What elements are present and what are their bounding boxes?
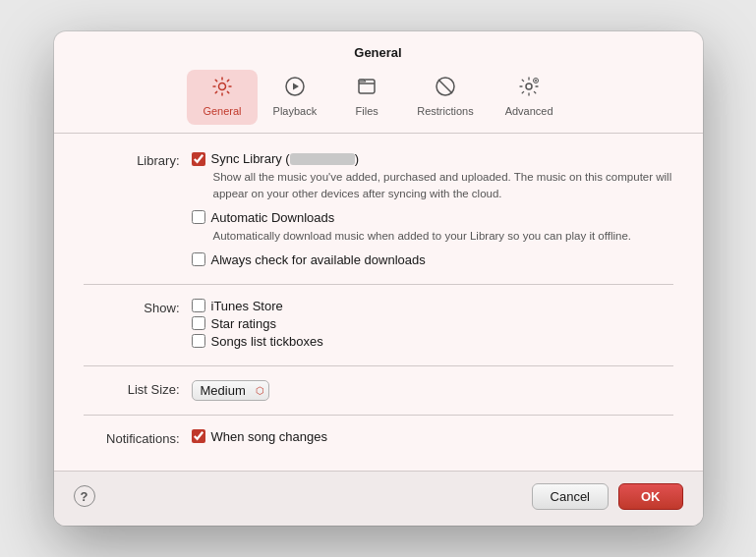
footer: ? Cancel OK (54, 471, 703, 526)
section-divider-2 (84, 365, 673, 366)
list-size-select-wrapper: Small Medium Large (192, 380, 269, 401)
sync-library-desc: Show all the music you've added, purchas… (213, 169, 673, 201)
svg-point-6 (526, 84, 532, 89)
songs-list-row: Songs list tickboxes (192, 334, 673, 349)
library-content: Sync Library ( ) Show all the music you'… (192, 151, 673, 269)
notifications-label: Notifications: (84, 429, 192, 446)
star-ratings-label: Star ratings (211, 316, 276, 331)
section-divider-3 (84, 415, 673, 416)
main-content: Library: Sync Library ( ) Show all the m… (54, 134, 703, 470)
sync-blurred (290, 153, 355, 165)
auto-downloads-desc: Automatically download music when added … (213, 228, 673, 245)
always-check-checkbox[interactable] (192, 252, 205, 266)
advanced-icon (518, 76, 540, 101)
tab-restrictions-label: Restrictions (417, 105, 473, 117)
notifications-content: When song changes (192, 429, 673, 447)
list-size-label: List Size: (84, 380, 192, 397)
svg-point-0 (218, 84, 225, 90)
sync-library-checkbox[interactable] (192, 152, 205, 166)
when-song-row: When song changes (192, 429, 673, 444)
tab-playback-label: Playback (273, 105, 318, 117)
list-size-content: Small Medium Large (192, 380, 673, 401)
cancel-button[interactable]: Cancel (532, 483, 609, 510)
toolbar: General Playback Files (54, 60, 703, 125)
dialog-title: General (54, 31, 703, 60)
songs-list-checkbox[interactable] (192, 334, 205, 348)
sync-library-label: Sync Library ( ) (211, 151, 360, 166)
show-row: Show: iTunes Store Star ratings Songs li… (84, 299, 673, 352)
tab-general[interactable]: General (187, 70, 257, 125)
tab-playback[interactable]: Playback (258, 70, 333, 125)
when-song-label: When song changes (211, 429, 328, 444)
dialog: General General Playback (54, 31, 703, 525)
always-check-row: Always check for available downloads (192, 252, 673, 267)
help-button[interactable]: ? (74, 485, 95, 507)
library-label: Library: (84, 151, 192, 168)
library-row: Library: Sync Library ( ) Show all the m… (84, 151, 673, 269)
auto-downloads-row: Automatic Downloads (192, 210, 673, 225)
list-size-row: List Size: Small Medium Large (84, 380, 673, 401)
list-size-select[interactable]: Small Medium Large (192, 380, 269, 401)
ok-button[interactable]: OK (618, 483, 683, 510)
tab-files-label: Files (356, 105, 378, 117)
tab-general-label: General (203, 105, 241, 117)
svg-line-5 (438, 80, 452, 93)
auto-downloads-label: Automatic Downloads (211, 210, 335, 225)
tab-restrictions[interactable]: Restrictions (401, 70, 489, 125)
restrictions-icon (435, 76, 456, 101)
svg-point-8 (535, 80, 537, 82)
itunes-store-row: iTunes Store (192, 299, 673, 313)
always-check-label: Always check for available downloads (211, 252, 426, 267)
notifications-row: Notifications: When song changes (84, 429, 673, 447)
general-icon (211, 76, 233, 101)
sync-library-row: Sync Library ( ) (192, 151, 673, 166)
footer-buttons: Cancel OK (532, 483, 683, 510)
songs-list-label: Songs list tickboxes (211, 334, 323, 349)
show-content: iTunes Store Star ratings Songs list tic… (192, 299, 673, 352)
section-divider-1 (84, 284, 673, 285)
tab-advanced-label: Advanced (505, 105, 553, 117)
tab-files[interactable]: Files (332, 70, 401, 125)
itunes-store-label: iTunes Store (211, 299, 283, 313)
itunes-store-checkbox[interactable] (192, 299, 205, 312)
auto-downloads-checkbox[interactable] (192, 210, 205, 224)
svg-marker-2 (293, 84, 299, 90)
playback-icon (284, 76, 306, 101)
files-icon (356, 76, 378, 101)
star-ratings-checkbox[interactable] (192, 316, 205, 330)
show-label: Show: (84, 299, 192, 315)
star-ratings-row: Star ratings (192, 316, 673, 331)
tab-advanced[interactable]: Advanced (490, 70, 569, 125)
when-song-checkbox[interactable] (192, 429, 205, 443)
